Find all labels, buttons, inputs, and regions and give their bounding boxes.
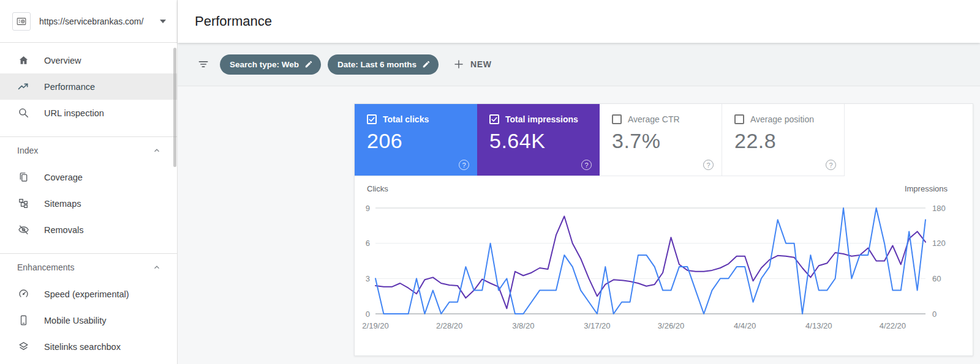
sidebar-item-label: Mobile Usability — [44, 316, 107, 325]
svg-text:0: 0 — [366, 310, 370, 319]
eye-off-icon — [17, 224, 29, 236]
sidebar-item-label: Coverage — [44, 173, 83, 182]
section-label: Enhancements — [17, 262, 74, 272]
svg-text:3: 3 — [366, 274, 370, 283]
metric-label: Average CTR — [628, 114, 680, 124]
property-selector[interactable]: https://servicebrankas.com/ — [0, 0, 177, 43]
metric-value: 206 — [367, 129, 477, 153]
svg-text:Clicks: Clicks — [367, 184, 388, 193]
svg-text:2/19/20: 2/19/20 — [362, 321, 388, 330]
smartphone-icon — [17, 314, 29, 327]
svg-text:120: 120 — [932, 239, 946, 248]
sidebar-item-mobile-usability[interactable]: Mobile Usability — [0, 307, 177, 333]
sidebar-item-label: Performance — [44, 82, 95, 92]
metric-label: Average position — [750, 114, 814, 124]
sidebar-item-label: Overview — [44, 56, 81, 65]
svg-text:9: 9 — [366, 204, 370, 213]
svg-text:4/13/20: 4/13/20 — [805, 321, 832, 330]
sidebar-item-sitelinks-searchbox[interactable]: Sitelinks searchbox — [0, 333, 177, 360]
metric-cards-filler — [845, 104, 973, 176]
metric-card-total-clicks[interactable]: Total clicks 206 ? — [355, 104, 477, 176]
plus-icon — [453, 59, 464, 70]
sidebar-item-removals[interactable]: Removals — [0, 217, 177, 243]
search-icon — [17, 107, 29, 119]
page-title: Performance — [195, 13, 272, 29]
help-icon[interactable]: ? — [826, 160, 836, 170]
chevron-up-icon — [153, 263, 161, 272]
metric-value: 3.7% — [612, 129, 722, 153]
sidebar-item-performance[interactable]: Performance — [0, 73, 177, 100]
performance-panel: Total clicks 206 ? Total impre — [354, 103, 973, 356]
sidebar-item-speed[interactable]: Speed (experimental) — [0, 281, 177, 307]
new-filter-button[interactable]: NEW — [453, 59, 491, 70]
help-icon[interactable]: ? — [459, 160, 469, 170]
svg-text:180: 180 — [932, 204, 946, 213]
sidebar-item-url-inspection[interactable]: URL inspection — [0, 100, 177, 126]
metric-card-average-position[interactable]: Average position 22.8 ? — [722, 104, 845, 176]
chevron-down-icon — [160, 20, 166, 23]
filter-bar: Search type: Web Date: Last 6 months — [178, 43, 980, 86]
section-enhancements[interactable]: Enhancements — [0, 254, 177, 281]
svg-text:4/22/20: 4/22/20 — [880, 321, 906, 330]
help-icon[interactable]: ? — [581, 160, 592, 170]
sidebar-item-label: Sitelinks searchbox — [44, 342, 121, 352]
sidebar-item-label: Speed (experimental) — [44, 289, 129, 299]
checkbox-checked-icon[interactable] — [489, 114, 499, 124]
property-url: https://servicebrankas.com/ — [39, 17, 160, 26]
svg-text:3/17/20: 3/17/20 — [584, 321, 610, 330]
section-index[interactable]: Index — [0, 137, 177, 164]
sidebar-item-coverage[interactable]: Coverage — [0, 164, 177, 190]
svg-text:2/28/20: 2/28/20 — [436, 321, 462, 330]
trending-up-icon — [17, 81, 29, 93]
metric-card-average-ctr[interactable]: Average CTR 3.7% ? — [600, 104, 722, 176]
svg-text:60: 60 — [932, 274, 941, 283]
chevron-up-icon — [153, 146, 161, 155]
metric-cards: Total clicks 206 ? Total impre — [355, 104, 973, 176]
tree-icon — [17, 198, 29, 210]
new-button-label: NEW — [470, 59, 491, 69]
metric-value: 22.8 — [734, 129, 844, 153]
filter-chip-date[interactable]: Date: Last 6 months — [328, 54, 439, 75]
sidebar-item-sitemaps[interactable]: Sitemaps — [0, 190, 177, 217]
performance-chart: 03690601201802/19/202/28/203/8/203/17/20… — [355, 176, 973, 355]
metric-label: Total clicks — [383, 114, 429, 124]
metric-card-total-impressions[interactable]: Total impressions 5.64K ? — [477, 104, 600, 176]
svg-text:4/4/20: 4/4/20 — [734, 321, 756, 330]
edit-icon[interactable] — [304, 60, 313, 69]
section-label: Index — [17, 146, 38, 155]
layers-icon — [17, 341, 29, 353]
chip-label: Date: Last 6 months — [337, 60, 417, 69]
content-area: Total clicks 206 ? Total impre — [178, 86, 980, 364]
page-header: Performance — [178, 0, 980, 43]
checkbox-unchecked-icon[interactable] — [734, 114, 744, 124]
property-icon — [12, 12, 31, 31]
pages-icon — [17, 171, 29, 184]
sidebar-nav: Overview Performance U — [0, 43, 177, 364]
sidebar-item-label: Sitemaps — [44, 199, 81, 209]
speedometer-icon — [17, 288, 29, 300]
filter-chip-search-type[interactable]: Search type: Web — [220, 54, 321, 75]
svg-text:6: 6 — [366, 239, 370, 248]
sidebar-item-label: URL inspection — [44, 108, 104, 118]
svg-text:0: 0 — [932, 310, 937, 319]
main-area: Performance Search type: Web Dat — [178, 0, 980, 364]
metric-value: 5.64K — [489, 129, 600, 153]
search-console-app: https://servicebrankas.com/ Overview — [0, 0, 980, 364]
checkbox-unchecked-icon[interactable] — [612, 114, 622, 124]
sidebar: https://servicebrankas.com/ Overview — [0, 0, 178, 364]
checkbox-checked-icon[interactable] — [367, 114, 377, 124]
chip-label: Search type: Web — [230, 60, 299, 69]
svg-text:3/26/20: 3/26/20 — [658, 321, 684, 330]
sidebar-scrollbar[interactable] — [173, 48, 176, 167]
svg-text:3/8/20: 3/8/20 — [512, 321, 534, 330]
edit-icon[interactable] — [422, 60, 431, 69]
filter-icon[interactable] — [197, 58, 209, 70]
home-icon — [17, 54, 29, 67]
metric-label: Total impressions — [505, 114, 578, 124]
help-icon[interactable]: ? — [703, 160, 714, 170]
sidebar-item-overview[interactable]: Overview — [0, 47, 177, 73]
sidebar-item-label: Removals — [44, 225, 83, 235]
svg-text:Impressions: Impressions — [905, 184, 948, 193]
